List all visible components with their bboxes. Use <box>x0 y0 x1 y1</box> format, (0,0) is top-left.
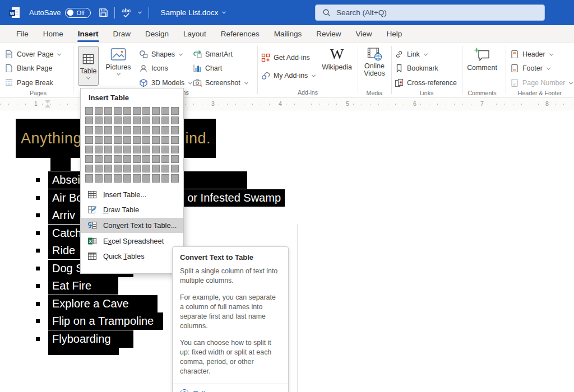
grid-cell[interactable] <box>85 174 93 182</box>
grid-cell[interactable] <box>133 174 141 182</box>
menu-item-quick-tables[interactable]: Quick Tables <box>81 249 183 264</box>
page-break-button[interactable]: Page Break <box>4 76 53 90</box>
chart-button[interactable]: Chart <box>193 62 222 75</box>
tab-file[interactable]: File <box>9 26 36 43</box>
bookmark-button[interactable]: Bookmark <box>395 62 438 75</box>
grid-cell[interactable] <box>133 155 141 163</box>
pictures-button[interactable]: Pictures <box>103 47 134 76</box>
grid-cell[interactable] <box>152 165 160 172</box>
grid-cell[interactable] <box>161 155 169 163</box>
grid-cell[interactable] <box>171 126 179 134</box>
grid-cell[interactable] <box>133 165 141 172</box>
header-button[interactable]: Header <box>510 48 553 61</box>
blank-page-button[interactable]: Blank Page <box>4 62 52 75</box>
grid-cell[interactable] <box>95 174 103 182</box>
grid-cell[interactable] <box>123 107 131 115</box>
save-button[interactable] <box>95 4 111 21</box>
grid-cell[interactable] <box>133 126 141 134</box>
cross-reference-button[interactable]: Cross-reference <box>395 76 457 90</box>
grid-cell[interactable] <box>95 146 103 153</box>
menu-item-convert-text-to-table[interactable]: Convert Text to Table... <box>81 218 183 234</box>
grid-cell[interactable] <box>123 136 131 144</box>
grid-cell[interactable] <box>161 126 169 134</box>
grid-cell[interactable] <box>114 146 122 153</box>
grid-cell[interactable] <box>114 165 122 172</box>
grid-cell[interactable] <box>142 155 150 163</box>
cover-page-button[interactable]: Cover Page <box>4 48 61 61</box>
wikipedia-button[interactable]: W Wikipedia <box>320 47 354 71</box>
grid-cell[interactable] <box>114 174 122 182</box>
grid-cell[interactable] <box>171 146 179 153</box>
grid-cell[interactable] <box>142 136 150 144</box>
grid-cell[interactable] <box>114 107 122 115</box>
grid-cell[interactable] <box>161 116 169 124</box>
grid-cell[interactable] <box>142 165 150 172</box>
grid-cell[interactable] <box>161 146 169 153</box>
grid-cell[interactable] <box>123 146 131 153</box>
link-button[interactable]: Link <box>395 48 427 61</box>
table-button[interactable]: Table <box>78 46 99 86</box>
autosave-toggle[interactable]: Off <box>65 8 91 18</box>
grid-cell[interactable] <box>123 116 131 124</box>
grid-cell[interactable] <box>133 146 141 153</box>
get-addins-button[interactable]: Get Add-ins <box>261 51 310 64</box>
grid-cell[interactable] <box>152 174 160 182</box>
grid-cell[interactable] <box>152 107 160 115</box>
document-title[interactable]: Sample List.docx <box>160 8 225 17</box>
indent-marker-icon[interactable] <box>45 100 50 104</box>
grid-cell[interactable] <box>123 165 131 172</box>
tell-me-more-link[interactable]: ? Tell me more <box>173 384 288 392</box>
icons-button[interactable]: Icons <box>139 62 168 75</box>
my-addins-button[interactable]: My Add-ins <box>261 69 315 82</box>
page-number-button[interactable]: Page Number <box>510 76 572 90</box>
grid-cell[interactable] <box>104 146 112 153</box>
grid-cell[interactable] <box>123 126 131 134</box>
grid-cell[interactable] <box>142 174 150 182</box>
grid-cell[interactable] <box>104 126 112 134</box>
tab-view[interactable]: View <box>348 26 379 43</box>
grid-cell[interactable] <box>95 155 103 163</box>
grid-cell[interactable] <box>171 174 179 182</box>
grid-cell[interactable] <box>152 116 160 124</box>
grid-cell[interactable] <box>114 155 122 163</box>
grid-cell[interactable] <box>152 146 160 153</box>
tab-review[interactable]: Review <box>309 26 348 43</box>
grid-cell[interactable] <box>123 155 131 163</box>
comment-button[interactable]: Comment <box>465 47 499 72</box>
grid-cell[interactable] <box>114 116 122 124</box>
grid-cell[interactable] <box>152 136 160 144</box>
online-videos-button[interactable]: Online Videos <box>361 47 388 77</box>
grid-cell[interactable] <box>95 126 103 134</box>
grid-cell[interactable] <box>142 126 150 134</box>
quick-access-menu-button[interactable] <box>134 4 145 21</box>
grid-cell[interactable] <box>104 155 112 163</box>
grid-cell[interactable] <box>133 107 141 115</box>
menu-item-insert-table[interactable]: Insert Table... <box>81 187 183 203</box>
grid-cell[interactable] <box>85 107 93 115</box>
grid-cell[interactable] <box>152 126 160 134</box>
search-box[interactable]: Search (Alt+Q) <box>315 4 545 21</box>
shapes-button[interactable]: Shapes <box>139 48 182 61</box>
grid-cell[interactable] <box>123 174 131 182</box>
grid-cell[interactable] <box>95 107 103 115</box>
screenshot-button[interactable]: Screenshot <box>193 76 248 90</box>
grid-cell[interactable] <box>161 165 169 172</box>
tab-home[interactable]: Home <box>36 26 71 43</box>
grid-cell[interactable] <box>85 126 93 134</box>
grid-cell[interactable] <box>95 165 103 172</box>
grid-cell[interactable] <box>171 165 179 172</box>
smartart-button[interactable]: SmartArt <box>193 48 233 61</box>
grid-cell[interactable] <box>171 136 179 144</box>
grid-cell[interactable] <box>171 107 179 115</box>
footer-button[interactable]: Footer <box>510 62 550 75</box>
grid-cell[interactable] <box>133 116 141 124</box>
grid-cell[interactable] <box>85 146 93 153</box>
tab-mailings[interactable]: Mailings <box>267 26 309 43</box>
menu-item-excel-spreadsheet[interactable]: X Excel Spreadsheet <box>81 233 183 249</box>
word-logo-icon[interactable]: W <box>8 6 21 20</box>
grid-cell[interactable] <box>95 116 103 124</box>
spellcheck-button[interactable]: abc <box>118 4 134 21</box>
menu-item-draw-table[interactable]: Draw Table <box>81 202 183 218</box>
grid-cell[interactable] <box>104 116 112 124</box>
tab-help[interactable]: Help <box>379 26 410 43</box>
